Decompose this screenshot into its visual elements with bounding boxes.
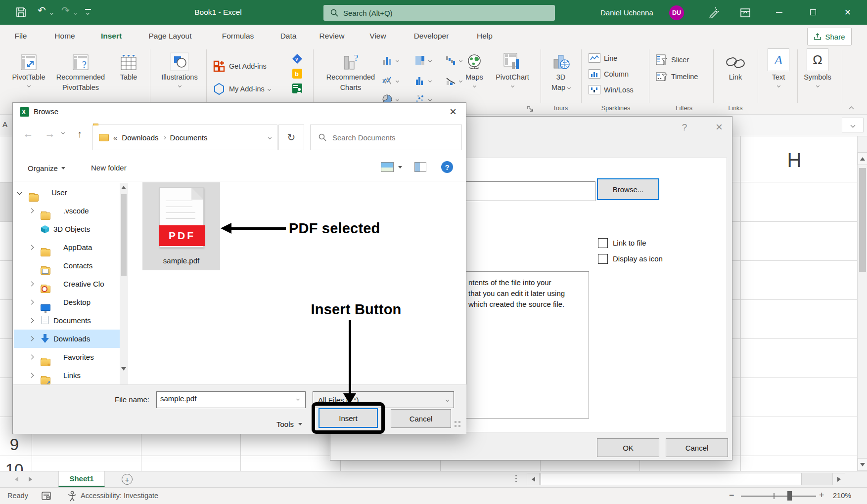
- my-addins-button[interactable]: My Add-ins: [213, 83, 271, 95]
- scrollbar-thumb[interactable]: [541, 473, 802, 485]
- addin-gallery-icon-2[interactable]: b: [292, 68, 303, 81]
- search-input[interactable]: [343, 9, 531, 17]
- accessibility-icon[interactable]: [67, 491, 77, 503]
- tab-file[interactable]: File: [10, 25, 32, 47]
- refresh-button[interactable]: ↻: [278, 125, 304, 150]
- vertical-scrollbar[interactable]: [857, 136, 867, 471]
- tree-item-contacts[interactable]: Contacts: [14, 256, 120, 275]
- collapse-ribbon-icon[interactable]: [849, 107, 854, 112]
- qat-customize-chevron-icon[interactable]: [86, 11, 90, 15]
- nav-back-button[interactable]: ←: [20, 126, 37, 142]
- dialog-help-button[interactable]: ?: [677, 120, 692, 135]
- scroll-up-button[interactable]: [858, 152, 867, 165]
- insert-hierarchy-chart-button[interactable]: [414, 55, 431, 66]
- chevron-collapsed-icon[interactable]: [29, 300, 34, 305]
- row-header-9[interactable]: 9: [0, 434, 29, 456]
- pivotchart-button[interactable]: PivotChart: [491, 49, 534, 87]
- breadcrumb-collapse[interactable]: «: [113, 133, 117, 142]
- scrollbar-thumb[interactable]: [121, 194, 127, 276]
- chevron-collapsed-icon[interactable]: [29, 355, 34, 360]
- insert-column-chart-button[interactable]: [382, 55, 399, 66]
- new-folder-button[interactable]: New folder: [91, 164, 127, 172]
- table-button[interactable]: Table: [113, 49, 144, 83]
- help-button[interactable]: ?: [441, 161, 453, 173]
- organize-button[interactable]: Organize: [28, 161, 65, 175]
- scroll-down-button[interactable]: [858, 458, 867, 471]
- sparkline-column-button[interactable]: Column: [589, 69, 629, 79]
- row-header-10[interactable]: 10: [0, 456, 29, 471]
- avatar[interactable]: DU: [669, 5, 684, 20]
- tab-data[interactable]: Data: [275, 25, 302, 47]
- tree-item-user[interactable]: User: [14, 183, 120, 202]
- link-to-file-label[interactable]: Link to file: [613, 239, 646, 247]
- view-options[interactable]: [381, 162, 402, 172]
- tab-formulas[interactable]: Formulas: [216, 25, 260, 47]
- get-addins-button[interactable]: Get Add-ins: [213, 60, 267, 73]
- insert-line-chart-button[interactable]: [382, 75, 399, 86]
- chevron-collapsed-icon[interactable]: [29, 373, 34, 378]
- link-button[interactable]: Link: [720, 49, 751, 83]
- sparkline-winloss-button[interactable]: Win/Loss: [589, 85, 634, 94]
- breadcrumb-dropdown-icon[interactable]: [268, 135, 272, 139]
- insert-histogram-chart-button[interactable]: [414, 75, 431, 86]
- tree-item-links[interactable]: Links: [14, 366, 120, 384]
- resize-grip[interactable]: [455, 421, 456, 423]
- breadcrumb[interactable]: « Downloads Documents: [92, 125, 277, 150]
- slicer-button[interactable]: Slicer: [656, 54, 689, 65]
- tab-review[interactable]: Review: [315, 25, 349, 47]
- preview-pane-icon[interactable]: [414, 162, 426, 172]
- zoom-out-button[interactable]: −: [729, 490, 734, 501]
- user-name[interactable]: Daniel Uchenna: [600, 8, 653, 17]
- object-browse-button[interactable]: Browse...: [597, 178, 659, 200]
- hscroll-right-button[interactable]: [832, 473, 845, 485]
- breadcrumb-downloads[interactable]: Downloads: [122, 133, 158, 142]
- undo-dropdown-icon[interactable]: [50, 11, 53, 15]
- zoom-in-button[interactable]: +: [819, 490, 824, 501]
- 3d-map-button[interactable]: 3D Map: [547, 49, 575, 93]
- tree-item-favorites[interactable]: Favorites: [14, 348, 120, 366]
- save-icon[interactable]: [16, 7, 26, 19]
- addin-gallery-icon-1[interactable]: v: [292, 53, 303, 66]
- horizontal-scrollbar[interactable]: [540, 473, 832, 485]
- tab-developer[interactable]: Developer: [407, 25, 456, 47]
- qat-customize-icon[interactable]: [85, 9, 91, 10]
- redo-dropdown-icon[interactable]: [74, 11, 77, 15]
- chevron-collapsed-icon[interactable]: [29, 318, 34, 323]
- tree-item-documents[interactable]: Documents: [14, 311, 120, 330]
- sheet-next-button[interactable]: [29, 477, 32, 482]
- pivottable-button[interactable]: PivotTable: [9, 49, 48, 87]
- browse-close-button[interactable]: ×: [442, 103, 464, 121]
- scrollbar-thumb[interactable]: [859, 168, 866, 272]
- tab-scrollbar-splitter[interactable]: [515, 475, 517, 476]
- nav-up-button[interactable]: ↑: [71, 126, 88, 142]
- link-to-file-checkbox[interactable]: [598, 238, 608, 248]
- scroll-up-icon[interactable]: [121, 186, 126, 189]
- search-box[interactable]: [323, 5, 555, 21]
- display-as-icon-checkbox[interactable]: [598, 254, 608, 264]
- zoom-slider-thumb[interactable]: [787, 491, 792, 501]
- sheet-prev-button[interactable]: [15, 477, 18, 482]
- file-tile-sample-pdf[interactable]: PDF sample.pdf: [142, 182, 220, 270]
- tree-scrollbar[interactable]: [120, 183, 128, 384]
- dialog-close-button[interactable]: ×: [710, 119, 728, 135]
- share-button[interactable]: Share: [807, 28, 852, 45]
- scroll-down-icon[interactable]: [121, 367, 126, 371]
- tab-home[interactable]: Home: [50, 25, 79, 47]
- recommended-pivottables-button[interactable]: ? Recommended PivotTables: [49, 49, 112, 93]
- formula-bar-expand-button[interactable]: [842, 118, 864, 132]
- nav-forward-button[interactable]: →: [42, 126, 58, 142]
- tree-item-vscode[interactable]: .vscode: [14, 202, 120, 220]
- ribbon-display-options-icon[interactable]: [740, 7, 751, 20]
- tree-item-creative-cloud[interactable]: Creative Clo: [14, 275, 120, 293]
- tab-page-layout[interactable]: Page Layout: [142, 25, 198, 47]
- chevron-collapsed-icon[interactable]: [29, 282, 34, 287]
- tab-insert[interactable]: Insert: [97, 25, 126, 47]
- browse-cancel-button[interactable]: Cancel: [391, 409, 451, 428]
- tree-item-3d-objects[interactable]: 3D Objects: [14, 220, 120, 238]
- nav-history-chevron-icon[interactable]: [61, 131, 65, 134]
- minimize-button[interactable]: [768, 0, 790, 25]
- tree-item-appdata[interactable]: AppData: [14, 238, 120, 256]
- tools-button[interactable]: Tools: [258, 417, 302, 431]
- object-cancel-button[interactable]: Cancel: [666, 438, 728, 457]
- display-as-icon-label[interactable]: Display as icon: [613, 254, 663, 263]
